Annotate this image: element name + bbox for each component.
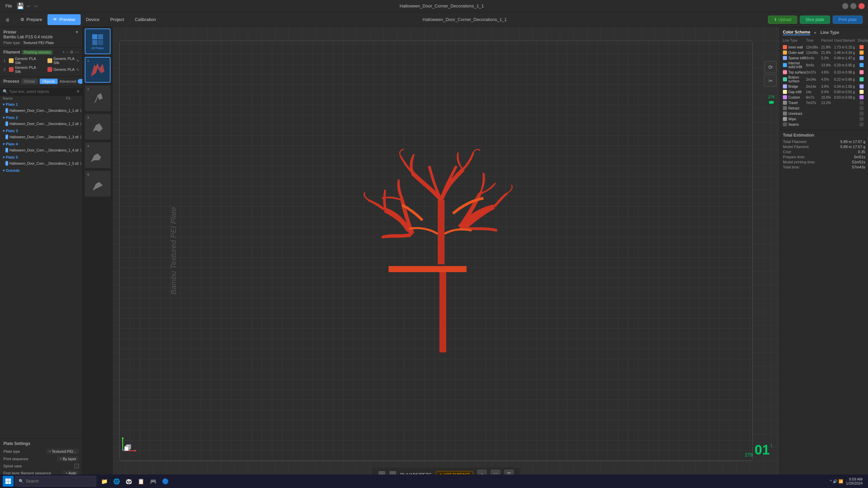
plate-label-4[interactable]: ▾ Plate 4 bbox=[0, 141, 82, 147]
lt-display[interactable] bbox=[858, 117, 865, 121]
tree-item[interactable]: ✓ Halloween_Door_Corn..._Decorations_1_2… bbox=[0, 121, 82, 127]
lt-display[interactable] bbox=[858, 122, 865, 126]
plate-label-3[interactable]: ▾ Plate 3 bbox=[0, 128, 82, 134]
lt-display[interactable] bbox=[858, 50, 865, 55]
tree-item[interactable]: ✓ Halloween_Door_Corn..._Decorations_1_3… bbox=[0, 134, 82, 140]
taskbar-explorer[interactable]: 📁 bbox=[99, 476, 110, 487]
taskbar-app-4[interactable]: 🔵 bbox=[160, 476, 171, 487]
viewport[interactable]: Bambu Textured PEI Plate bbox=[113, 27, 780, 488]
plate-thumb-1[interactable]: 1 bbox=[85, 57, 111, 83]
setting-value-plate-type[interactable]: ~ Textured PEI... bbox=[46, 449, 79, 454]
lt-pct: 4.5% bbox=[821, 78, 834, 81]
print-button[interactable]: Print plate bbox=[833, 16, 863, 24]
lt-color-swatch bbox=[783, 45, 787, 49]
plate-thumb-5[interactable]: 5 bbox=[85, 171, 111, 197]
filament-settings[interactable]: ⚙ bbox=[70, 50, 74, 55]
lt-display[interactable] bbox=[858, 70, 865, 74]
nav-prepare[interactable]: ⚙ Prepare bbox=[15, 14, 47, 25]
layer-slider-track[interactable] bbox=[771, 100, 772, 442]
printer-collapse[interactable]: ▼ bbox=[75, 30, 79, 35]
nav-project[interactable]: Project bbox=[105, 14, 129, 25]
item-check[interactable]: ✓ bbox=[5, 108, 8, 113]
tree-item[interactable]: ✓ Halloween_Door_Corn..._Decorations_1_1… bbox=[0, 107, 82, 114]
tree-col-name: Name bbox=[3, 96, 66, 100]
filament-add[interactable]: + bbox=[62, 50, 65, 55]
search-clear[interactable]: ✕ bbox=[76, 89, 80, 94]
item-check[interactable]: ✓ bbox=[5, 135, 8, 139]
nav-preview[interactable]: 👁 Preview bbox=[47, 14, 80, 25]
window-controls bbox=[842, 3, 868, 9]
display-dot bbox=[860, 77, 864, 81]
nav-calibration[interactable]: Calibration bbox=[130, 14, 161, 25]
lt-display[interactable] bbox=[858, 111, 865, 116]
item-check[interactable]: ✓ bbox=[5, 121, 8, 126]
lt-display[interactable] bbox=[858, 106, 865, 110]
plate-label-1[interactable]: ▾ Plate 1 bbox=[0, 102, 82, 107]
minimize-button[interactable] bbox=[842, 3, 848, 9]
taskbar-browser[interactable]: 🌐 bbox=[111, 476, 122, 487]
all-plates-thumb[interactable]: All Plates bbox=[85, 28, 111, 54]
plate-1-preview bbox=[87, 61, 108, 78]
filament-name-3b[interactable]: Generic PLA bbox=[54, 67, 75, 72]
plate-label-2[interactable]: ▾ Plate 2 bbox=[0, 115, 82, 121]
plate-label-outside[interactable]: ▾ Outside bbox=[0, 168, 82, 174]
filament-edit-1[interactable]: ✎ bbox=[76, 59, 79, 63]
taskbar-search-box[interactable]: 🔍 Search bbox=[15, 476, 96, 487]
slice-button[interactable]: Slice plate bbox=[800, 16, 830, 24]
filament-name-1[interactable]: Generic PLA Silk bbox=[15, 57, 37, 65]
plate-thumb-4[interactable]: 4 bbox=[85, 142, 111, 168]
spiral-vase-checkbox[interactable] bbox=[74, 464, 79, 468]
filament-name-1b[interactable]: Generic PLA Silk bbox=[54, 57, 75, 65]
taskbar-app-3[interactable]: 🎮 bbox=[148, 476, 159, 487]
display-dot bbox=[860, 117, 864, 121]
lt-display[interactable] bbox=[858, 84, 865, 88]
filament-name-3[interactable]: Generic PLA Silk bbox=[15, 65, 37, 74]
layer-slider-thumb[interactable] bbox=[769, 101, 774, 104]
flushing-volumes-tag[interactable]: Flushing volumes bbox=[22, 50, 53, 55]
lt-display[interactable] bbox=[858, 77, 865, 81]
close-button[interactable] bbox=[859, 3, 865, 9]
taskbar-app-2[interactable]: 📋 bbox=[136, 476, 146, 487]
taskbar-app-1[interactable]: 🐼 bbox=[123, 476, 134, 487]
lt-color-swatch bbox=[783, 117, 787, 121]
file-menu[interactable]: File bbox=[3, 3, 14, 9]
model-view bbox=[120, 41, 752, 461]
tree-item[interactable]: ✓ Halloween_Door_Corn..._Decorations_1_5… bbox=[0, 160, 82, 166]
printer-name[interactable]: Bambu Lab P1S 0.4 nozzle bbox=[3, 35, 79, 39]
toolbar-orient[interactable]: ⟳ bbox=[764, 61, 776, 73]
filament-more[interactable]: ⋯ bbox=[75, 50, 79, 55]
upload-button[interactable]: ⬆ Upload bbox=[768, 16, 797, 24]
lt-display[interactable] bbox=[858, 63, 865, 67]
maximize-button[interactable] bbox=[850, 3, 856, 9]
tab-line-type[interactable]: Line Type bbox=[821, 30, 839, 35]
line-type-row: Bridge 2m14s 3.9% 0.34 m 1.00 g bbox=[783, 84, 865, 89]
filament-edit-3[interactable]: ✎ bbox=[76, 68, 79, 72]
toolbar-clipping[interactable]: ✂ bbox=[764, 75, 776, 87]
filament-remove[interactable]: − bbox=[66, 50, 68, 55]
plate-label-5[interactable]: ▾ Plate 5 bbox=[0, 155, 82, 160]
lt-display[interactable] bbox=[858, 95, 865, 99]
display-dot bbox=[860, 101, 864, 105]
tree-item[interactable]: ✓ Halloween_Door_Corn..._Decorations_1_4… bbox=[0, 147, 82, 153]
object-search-input[interactable] bbox=[9, 89, 75, 94]
item-check[interactable]: ✓ bbox=[5, 161, 8, 166]
toolbar-undo[interactable]: ↩ bbox=[27, 3, 31, 9]
lt-pct: 13.2% bbox=[821, 101, 834, 105]
lt-display[interactable] bbox=[858, 101, 865, 105]
setting-value-print-seq[interactable]: ~ By layer bbox=[57, 456, 79, 462]
start-button[interactable] bbox=[3, 476, 14, 487]
lt-display[interactable] bbox=[858, 56, 865, 60]
tab-global[interactable]: Global bbox=[21, 79, 38, 84]
toolbar-redo[interactable]: ↪ bbox=[34, 3, 38, 9]
item-check[interactable]: ✓ bbox=[5, 148, 8, 152]
tab-color-scheme[interactable]: Color Scheme bbox=[783, 30, 810, 35]
tab-objects[interactable]: Objects bbox=[40, 79, 58, 84]
lt-display[interactable] bbox=[858, 45, 865, 49]
lt-display[interactable] bbox=[858, 90, 865, 94]
lt-name: Travel bbox=[788, 101, 806, 105]
process-title: Process bbox=[3, 79, 19, 84]
advanced-switch[interactable] bbox=[78, 79, 83, 84]
plate-thumb-3[interactable]: 3 bbox=[85, 114, 111, 140]
plate-thumb-2[interactable]: 2 bbox=[85, 85, 111, 111]
nav-device[interactable]: Device bbox=[81, 14, 105, 25]
